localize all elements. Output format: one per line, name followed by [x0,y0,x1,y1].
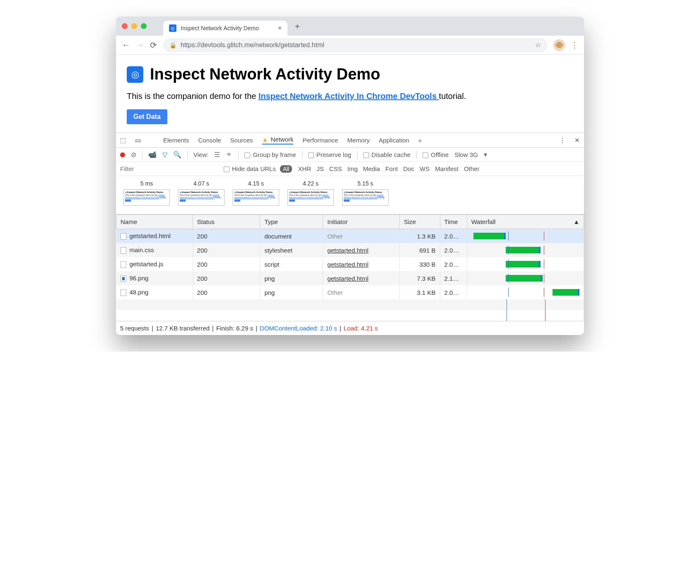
table-header-row: NameStatusTypeInitiatorSizeTimeWaterfall… [116,215,584,229]
hide-data-urls-checkbox[interactable]: Hide data URLs [224,165,276,172]
filter-type-doc[interactable]: Doc [403,165,414,172]
filter-all[interactable]: All [280,165,292,173]
request-size: 3.1 KB [399,285,440,299]
subtitle-suffix: tutorial. [439,92,466,101]
get-data-button[interactable]: Get Data [127,109,167,124]
throttle-select[interactable]: Slow 3G [454,151,478,158]
tab-performance[interactable]: Performance [302,137,338,144]
filmstrip-timestamp: 4.22 s [303,180,319,187]
disable-cache-checkbox[interactable]: Disable cache [363,151,410,158]
filter-type-ws[interactable]: WS [420,165,430,172]
minimize-window-button[interactable] [131,23,137,29]
column-status[interactable]: Status [193,215,260,229]
tab-elements[interactable]: Elements [163,137,189,144]
inspect-element-icon[interactable]: ⬚ [120,137,126,144]
filmstrip-frame[interactable]: 4.22 s■ Inspect Network Activity DemoThi… [287,180,334,206]
status-transferred: 12.7 KB transferred [156,325,210,332]
clear-icon[interactable]: ⊘ [131,151,136,159]
request-size: 330 B [399,257,440,271]
filmstrip-frame[interactable]: 4.07 s■ Inspect Network Activity DemoThi… [178,180,224,206]
devtools-close-icon[interactable]: ✕ [574,137,580,144]
filter-type-media[interactable]: Media [363,165,380,172]
initiator-text: Other [327,233,343,240]
tab-application[interactable]: Application [379,137,409,144]
page-heading: Inspect Network Activity Demo [150,65,380,83]
browser-menu-icon[interactable]: ⋮ [571,41,578,50]
request-row[interactable]: getstarted.html200documentOther1.3 KB2.0… [116,229,584,243]
devtools-menu-icon[interactable]: ⋮ [559,137,565,144]
filter-type-font[interactable]: Font [385,165,398,172]
tutorial-link[interactable]: Inspect Network Activity In Chrome DevTo… [258,92,439,101]
device-toggle-icon[interactable]: ▭ [135,137,141,144]
forward-button[interactable]: → [136,40,144,50]
tab-console[interactable]: Console [198,137,221,144]
more-tabs-icon[interactable]: » [418,137,422,144]
request-status: 200 [193,243,260,257]
close-window-button[interactable] [122,23,128,29]
request-type: document [260,229,323,243]
filter-icon[interactable]: ▽ [162,151,167,159]
overview-icon[interactable]: ⫩ [226,151,232,159]
column-name[interactable]: Name [116,215,193,229]
bookmark-star-icon[interactable]: ☆ [535,41,541,49]
initiator-link[interactable]: getstarted.html [327,247,368,254]
request-time: 2.0… [440,285,467,299]
column-size[interactable]: Size [399,215,440,229]
profile-avatar[interactable]: 🐵 [553,39,565,51]
request-time: 2.1… [440,271,467,285]
request-type: png [260,271,323,285]
screenshots-icon[interactable]: 📹 [148,151,157,159]
record-button[interactable] [120,152,125,157]
filmstrip-frame[interactable]: 4.15 s■ Inspect Network Activity DemoThi… [233,180,279,206]
initiator-link[interactable]: getstarted.html [327,261,368,268]
request-name: getstarted.js [130,260,164,267]
search-icon[interactable]: 🔍 [173,151,181,159]
address-bar[interactable]: 🔒 https://devtools.glitch.me/network/get… [163,38,548,52]
initiator-link[interactable]: getstarted.html [327,275,368,282]
back-button[interactable]: ← [122,40,130,50]
reload-button[interactable]: ⟳ [150,40,157,50]
filter-type-js[interactable]: JS [316,165,324,172]
subtitle-prefix: This is the companion demo for the [127,92,258,101]
filter-input[interactable] [116,162,224,176]
request-row[interactable]: 96.png200pnggetstarted.html7.3 KB2.1… [116,271,584,285]
close-tab-icon[interactable]: × [278,24,282,32]
filter-type-xhr[interactable]: XHR [298,165,311,172]
large-rows-icon[interactable]: ☰ [214,151,220,159]
warning-icon: ▲ [262,136,268,143]
column-type[interactable]: Type [260,215,323,229]
tab-title: Inspect Network Activity Demo [181,25,259,31]
filmstrip-timestamp: 5.15 s [357,180,373,187]
page-subtitle: This is the companion demo for the Inspe… [127,92,573,101]
devtools-panel: ⬚ ▭ Elements Console Sources ▲Network Pe… [116,133,584,335]
tab-sources[interactable]: Sources [230,137,253,144]
filter-type-css[interactable]: CSS [329,165,342,172]
tab-memory[interactable]: Memory [347,137,369,144]
request-size: 1.3 KB [399,229,440,243]
request-row[interactable]: getstarted.js200scriptgetstarted.html330… [116,257,584,271]
offline-checkbox[interactable]: Offline [422,151,449,158]
browser-window: ◎ Inspect Network Activity Demo × + ← → … [116,17,584,335]
group-by-frame-checkbox[interactable]: Group by frame [244,151,296,158]
new-tab-button[interactable]: + [295,22,300,31]
request-time: 2.0… [440,257,467,271]
initiator-text: Other [327,289,343,296]
throttle-dropdown-icon[interactable]: ▾ [484,151,487,159]
column-time[interactable]: Time [440,215,467,229]
filter-type-other[interactable]: Other [464,165,480,172]
column-initiator[interactable]: Initiator [323,215,400,229]
filter-type-img[interactable]: Img [347,165,357,172]
filmstrip-thumbnail: ■ Inspect Network Activity DemoThis is t… [233,189,279,206]
request-row[interactable]: main.css200stylesheetgetstarted.html691 … [116,243,584,257]
tab-network[interactable]: ▲Network [262,136,294,145]
request-row[interactable]: 48.png200pngOther3.1 KB2.0… [116,285,584,299]
filter-type-manifest[interactable]: Manifest [435,165,459,172]
preserve-log-checkbox[interactable]: Preserve log [308,151,351,158]
filmstrip-frame[interactable]: 5.15 s■ Inspect Network Activity DemoThi… [342,180,389,206]
maximize-window-button[interactable] [141,23,147,29]
waterfall-cell [471,288,579,297]
column-waterfall[interactable]: Waterfall▲ [467,215,584,229]
browser-tab[interactable]: ◎ Inspect Network Activity Demo × [163,21,287,36]
status-requests: 5 requests [120,325,149,332]
filmstrip-frame[interactable]: 5 ms■ Inspect Network Activity DemoThis … [123,180,170,206]
